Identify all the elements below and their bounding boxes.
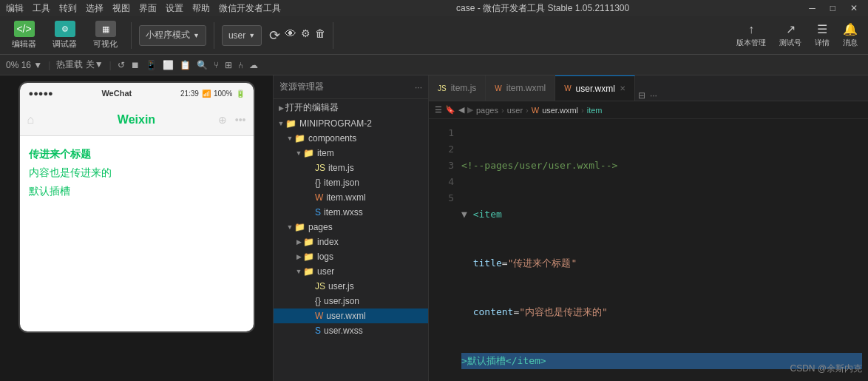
root-arrow: ▼ xyxy=(277,120,285,127)
phone-status-bar: ●●●●● WeChat 21:39 📶 100% 🔋 xyxy=(20,83,254,104)
phone-nav-circle-icon[interactable]: ⊕ xyxy=(218,114,227,126)
mode-arrow: ▼ xyxy=(193,32,200,39)
breadcrumb-forward[interactable]: ▶ xyxy=(467,105,473,115)
code-line-1: <!--pages/user/user.wxml--> xyxy=(461,158,862,174)
debugger-button[interactable]: ⚙ 调试器 xyxy=(47,18,83,53)
phone-home-icon[interactable]: ⌂ xyxy=(27,113,35,127)
breadcrumb-bookmark: 🔖 xyxy=(445,105,455,115)
tab-item-wxml[interactable]: W item.wxml xyxy=(486,75,555,101)
hot-reload-control[interactable]: 热重载 关▼ xyxy=(56,58,103,71)
version-icon: ↑ xyxy=(748,23,754,36)
stop-btn[interactable]: ⏹ xyxy=(131,60,140,70)
project-label: user xyxy=(228,30,245,41)
tab-close-icon[interactable]: ✕ xyxy=(620,84,625,92)
item-folder[interactable]: ▼ 📁 item xyxy=(274,146,428,161)
phone-nav-title: Weixin xyxy=(118,113,155,127)
root-item[interactable]: ▼ 📁 MINIPROGRAM-2 xyxy=(274,116,428,131)
close-button[interactable]: ✕ xyxy=(846,3,862,13)
tree-more-icon[interactable]: ··· xyxy=(415,82,422,92)
phone-btn[interactable]: 📱 xyxy=(146,60,157,70)
square-btn[interactable]: ⬜ xyxy=(163,60,174,70)
phone-signal: ●●●●● xyxy=(29,89,53,98)
menu-edit[interactable]: 编辑 xyxy=(6,2,24,15)
user-label: user xyxy=(317,266,334,277)
user-wxml-file[interactable]: W user.wxml xyxy=(274,308,428,323)
user-js-file[interactable]: JS user.js xyxy=(274,279,428,294)
visual-button[interactable]: ▦ 可视化 xyxy=(87,18,123,53)
index-folder[interactable]: ▶ 📁 index xyxy=(274,235,428,249)
item-js-file[interactable]: JS item.js xyxy=(274,161,428,175)
open-editors-item[interactable]: ▶ 打开的编辑器 xyxy=(274,99,428,116)
mode-dropdown[interactable]: 小程序模式 ▼ xyxy=(139,25,206,46)
maximize-button[interactable]: □ xyxy=(826,3,840,13)
tab-user-wxml[interactable]: W user.wxml ✕ xyxy=(555,75,635,101)
code-line-2: ▼ <item xyxy=(461,206,862,223)
title-bar: 编辑 工具 转到 选择 视图 界面 设置 帮助 微信开发者工具 case - 微… xyxy=(0,0,868,16)
pages-folder[interactable]: ▼ 📁 pages xyxy=(274,220,428,235)
copy-btn[interactable]: 📋 xyxy=(180,60,191,70)
components-arrow: ▼ xyxy=(285,135,294,142)
file-tree-header: 资源管理器 ··· xyxy=(274,75,428,99)
menu-goto[interactable]: 转到 xyxy=(59,2,77,15)
clear-icon[interactable]: 🗑 xyxy=(315,27,325,44)
components-label: components xyxy=(308,133,356,144)
diff-btn[interactable]: ⑃ xyxy=(238,60,243,70)
tab-item-js[interactable]: JS item.js xyxy=(429,75,486,101)
breadcrumb-filename: user.wxml xyxy=(542,106,578,115)
menu-view[interactable]: 视图 xyxy=(112,2,130,15)
undo-btn[interactable]: ↺ xyxy=(118,60,125,70)
tab-more-icon[interactable]: ··· xyxy=(650,90,657,101)
code-area[interactable]: 1 2 3 4 5 <!--pages/user/user.wxml--> ▼ … xyxy=(429,119,868,381)
menu-settings[interactable]: 设置 xyxy=(166,2,183,15)
item-arrow: ▼ xyxy=(294,149,303,157)
menu-interface[interactable]: 界面 xyxy=(139,2,157,15)
menu-tools[interactable]: 工具 xyxy=(33,2,50,15)
item-json-file[interactable]: {} item.json xyxy=(274,175,428,190)
logs-arrow: ▶ xyxy=(294,253,303,260)
version-mgmt-button[interactable]: ↑ 版本管理 xyxy=(732,21,770,50)
root-folder-icon: 📁 xyxy=(285,118,296,129)
settings2-icon[interactable]: ⚙ xyxy=(301,27,311,44)
cloud-btn[interactable]: ☁ xyxy=(249,60,258,70)
phone-nav-bar: ⌂ Weixin ••• ⊕ xyxy=(20,104,254,136)
separator-2 xyxy=(214,22,214,49)
menu-help[interactable]: 帮助 xyxy=(192,2,210,15)
tab-user-wxml-label: user.wxml xyxy=(576,84,615,94)
code-content[interactable]: <!--pages/user/user.wxml--> ▼ <item titl… xyxy=(458,119,868,381)
item-wxss-file[interactable]: S item.wxss xyxy=(274,205,428,220)
user-json-icon: {} xyxy=(315,296,321,306)
user-wxss-label: user.wxss xyxy=(324,326,363,336)
phone-time: 21:39 xyxy=(180,90,199,98)
phone-content: 传进来个标题 内容也是传进来的 默认插槽 xyxy=(20,136,254,331)
zoom-control[interactable]: 0% 16 ▼ xyxy=(6,60,42,70)
file-tree-panel: 资源管理器 ··· ▶ 打开的编辑器 ▼ 📁 MINIPROGRAM-2 ▼ 📁… xyxy=(274,75,429,381)
grid-btn[interactable]: ⊞ xyxy=(225,60,232,70)
breadcrumb-back[interactable]: ◀ xyxy=(458,105,464,115)
search2-btn[interactable]: 🔍 xyxy=(197,60,208,70)
user-json-file[interactable]: {} user.json xyxy=(274,294,428,308)
eye-icon[interactable]: 👁 xyxy=(285,27,296,44)
tab-item-js-label: item.js xyxy=(451,83,477,93)
logs-folder[interactable]: ▶ 📁 logs xyxy=(274,249,428,264)
message-button[interactable]: 🔔 消息 xyxy=(838,21,862,50)
details-button[interactable]: ☰ 详情 xyxy=(810,21,834,50)
user-folder[interactable]: ▼ 📁 user xyxy=(274,264,428,279)
project-dropdown[interactable]: user ▼ xyxy=(222,25,262,46)
components-folder[interactable]: ▼ 📁 components xyxy=(274,131,428,146)
split-editor-icon[interactable]: ⊟ xyxy=(638,90,645,101)
editor-icon: </> xyxy=(14,21,35,37)
menu-devtools[interactable]: 微信开发者工具 xyxy=(219,2,281,15)
menu-select[interactable]: 选择 xyxy=(86,2,104,15)
fork-btn[interactable]: ⑂ xyxy=(214,60,219,70)
editor-panel: JS item.js W item.wxml W user.wxml ✕ ⊟ ·… xyxy=(429,75,868,381)
file-tree-header-icons: ··· xyxy=(415,82,422,92)
item-wxml-file[interactable]: W item.wxml xyxy=(274,190,428,205)
minimize-button[interactable]: ─ xyxy=(804,3,820,13)
editor-button[interactable]: </> 编辑器 xyxy=(6,18,42,53)
phone-nav-more-icon[interactable]: ••• xyxy=(235,114,246,126)
debugger-icon: ⚙ xyxy=(55,21,75,37)
user-wxss-file[interactable]: S user.wxss xyxy=(274,323,428,338)
refresh-icon[interactable]: ⟳ xyxy=(269,27,280,44)
wxss-icon: S xyxy=(315,207,321,218)
test-number-button[interactable]: ↗ 测试号 xyxy=(775,21,806,50)
